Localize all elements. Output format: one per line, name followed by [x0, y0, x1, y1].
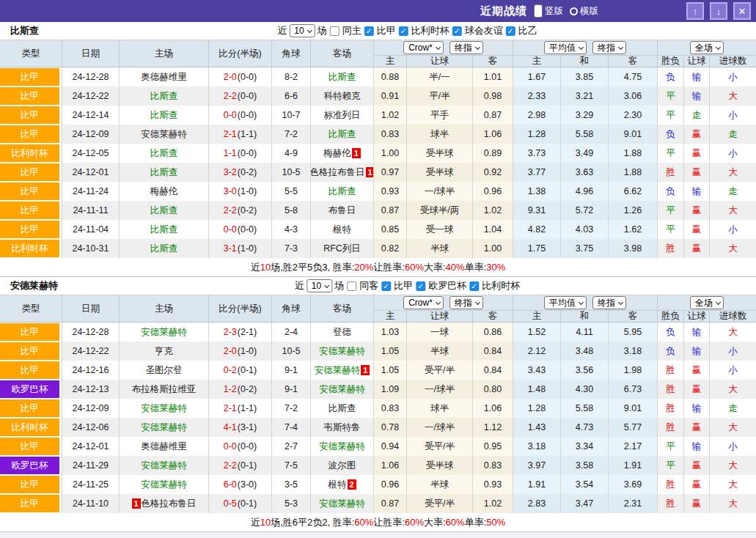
away-team-cell: 色格拉布鲁日1	[311, 163, 374, 182]
result-handicap-cell: 输	[684, 182, 710, 201]
handicap-line: 受半球	[407, 144, 473, 163]
odds-company-select[interactable]: Crow*	[403, 296, 444, 309]
scope-select[interactable]: 全场	[690, 296, 724, 309]
match-row: 比甲24-12-16圣图尔登0-2(0-1)9-1安德莱赫特11.05受平/半0…	[0, 361, 756, 380]
summary-segment: 单率:	[465, 516, 487, 529]
score-cell: 2-0(1-0)	[209, 342, 272, 361]
away-team-cell: RFC列日	[311, 239, 374, 258]
handicap-line: 平/半	[407, 86, 473, 106]
result-goals-cell: 走	[710, 125, 756, 144]
match-count-select-value: 10	[312, 281, 321, 291]
date-cell: 24-11-10	[62, 494, 120, 513]
avg-stage-select[interactable]: 终指	[592, 296, 626, 309]
avg-stage-select[interactable]: 终指	[592, 41, 626, 54]
avg-draw-odds: 3.75	[561, 239, 609, 258]
table-header: 类型日期主场比分(半场)角球客场Crow*终指平均值终指全场主让球客主和客胜负让…	[0, 40, 756, 67]
avg-type-select[interactable]: 平均值	[544, 296, 587, 309]
handicap-away-odds: 1.06	[473, 399, 513, 418]
team-name-text: 安德莱赫特	[141, 479, 187, 491]
result-wdl-cell: 胜	[658, 475, 684, 494]
red-card-badge: 1	[132, 498, 141, 509]
away-team-cell: 比斯查	[311, 399, 374, 418]
result-goals-cell: 大	[710, 86, 756, 106]
result-text: 赢	[692, 383, 702, 396]
match-count-select[interactable]: 10	[307, 279, 332, 292]
league-badge: 比甲	[0, 183, 59, 200]
score-cell: 0-5(0-1)	[209, 494, 272, 513]
games-label: 场	[318, 24, 327, 37]
league-checkbox-1[interactable]	[416, 281, 425, 291]
league-checkbox-1[interactable]	[399, 26, 408, 36]
odds-stage-select[interactable]: 终指	[449, 296, 483, 309]
league-checkbox-3[interactable]	[506, 26, 515, 36]
avg-home-odds: 1.67	[513, 67, 561, 86]
layout-radio-vertical[interactable]: 竖版	[534, 4, 563, 18]
score-cell: 0-0(0-0)	[209, 437, 272, 456]
result-goals-cell: 小	[710, 67, 756, 86]
move-up-button[interactable]: ↑	[686, 2, 704, 20]
team-name-text: 科特赖克	[324, 90, 361, 103]
handicap-home-odds: 0.82	[374, 239, 407, 258]
league-badge: 比甲	[0, 87, 59, 105]
corners-cell: 5-5	[272, 182, 311, 201]
home-team-cell: 1色格拉布鲁日	[120, 494, 209, 513]
team-name-text: 安德莱赫特	[141, 402, 187, 415]
same-venue-checkbox[interactable]	[347, 281, 356, 291]
match-row: 欧罗巴杯24-11-29安德莱赫特2-2(0-1)7-5波尔图1.06受半球0.…	[0, 456, 756, 475]
result-text: 输	[692, 326, 702, 339]
score-cell: 0-0(0-0)	[209, 106, 272, 125]
col-header-4: 比分(半场)	[209, 295, 272, 322]
league-checkbox-2[interactable]	[469, 281, 479, 291]
handicap-away-odds: 0.80	[473, 380, 513, 399]
result-text: 平	[666, 90, 675, 103]
match-count-select[interactable]: 10	[289, 24, 315, 37]
scope-select[interactable]: 全场	[690, 41, 724, 54]
result-text: 平	[666, 204, 675, 217]
avg-draw-odds: 3.56	[561, 361, 609, 380]
result-handicap-cell: 输	[684, 399, 710, 418]
handicap-line: 球半	[407, 399, 473, 418]
league-cell: 比甲	[0, 201, 62, 220]
radio-unselected-icon	[570, 7, 578, 15]
team-name: 比斯查	[10, 24, 39, 37]
odds-stage-select[interactable]: 终指	[449, 41, 483, 54]
result-goals-cell: 大	[710, 456, 756, 475]
result-text: 赢	[692, 147, 702, 160]
match-row: 比甲24-12-01奥德赫维里0-0(0-0)2-7安德莱赫特0.94受平/半0…	[0, 437, 756, 456]
league-checkbox-0[interactable]	[381, 281, 391, 291]
same-venue-label: 同主	[342, 24, 362, 37]
same-venue-checkbox[interactable]	[330, 26, 340, 36]
date-cell: 24-10-31	[62, 239, 120, 258]
scope-select-value: 全场	[695, 297, 713, 309]
result-text: 走	[692, 109, 702, 122]
avg-type-select[interactable]: 平均值	[544, 41, 587, 54]
summary-row-2: 近10场,胜6平2负2, 胜率:60% 让胜率:60% 大率:60% 单率:50…	[0, 513, 756, 532]
result-text: 负	[666, 345, 675, 358]
score-cell: 1-2(0-2)	[209, 380, 272, 399]
result-wdl-cell: 负	[658, 67, 684, 86]
title-group: 近期战绩 竖版 横版	[480, 0, 598, 22]
handicap-away-odds: 1.00	[473, 239, 513, 258]
layout-radio-horizontal[interactable]: 横版	[570, 5, 598, 18]
subcol-header-avg-away: 客	[609, 311, 658, 322]
handicap-home-odds: 0.93	[374, 182, 407, 201]
league-checkbox-0[interactable]	[364, 26, 374, 36]
result-goals-cell: 走	[710, 182, 756, 201]
avg-home-odds: 1.75	[513, 239, 561, 258]
league-checkbox-2[interactable]	[452, 26, 462, 36]
result-text: 输	[692, 71, 702, 84]
halftime-score: (0-2)	[238, 167, 257, 177]
odds-company-select[interactable]: Crow*	[403, 41, 444, 54]
close-button[interactable]: ✕	[733, 2, 751, 20]
away-team-cell: 安德莱赫特	[311, 380, 374, 399]
close-icon: ✕	[738, 6, 746, 17]
team-name-text: 梅赫伦	[323, 147, 351, 160]
result-wdl-cell: 平	[658, 144, 684, 163]
summary-segment: 近	[251, 516, 260, 529]
home-team-cell: 安德莱赫特	[120, 125, 209, 144]
subcol-header-avg-away: 客	[609, 56, 658, 67]
avg-stage-select-value: 终指	[598, 297, 615, 309]
result-handicap-cell: 赢	[684, 239, 710, 258]
filter-bar: 比斯查 近10场同主比甲比利时杯球会友谊比乙	[0, 22, 756, 40]
move-down-button[interactable]: ↓	[710, 2, 727, 20]
